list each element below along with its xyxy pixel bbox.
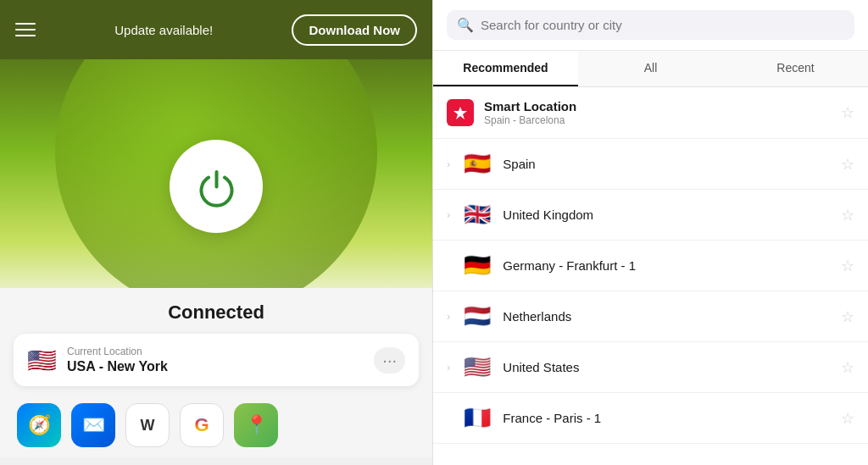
list-item-germany[interactable]: › 🇩🇪 Germany - Frankfurt - 1 ☆ [433,241,868,291]
list-item-uk[interactable]: › 🇬🇧 United Kingdom ☆ [433,190,868,241]
chevron-icon: › [447,361,450,374]
more-options-button[interactable]: ··· [374,347,405,374]
chevron-icon: › [447,310,450,323]
svg-marker-0 [453,107,467,119]
flag-netherlands: 🇳🇱 [462,303,492,329]
location-card-name: USA - New York [67,359,374,374]
location-card-label: Current Location [67,346,374,357]
us-name: United States [503,360,831,374]
list-item-france[interactable]: › 🇫🇷 France - Paris - 1 ☆ [433,393,868,444]
top-bar: Update available! Download Now [0,0,432,59]
flag-us: 🇺🇸 [462,354,492,380]
germany-text: Germany - Frankfurt - 1 [503,258,831,273]
app-maps[interactable]: 📍 [234,403,278,447]
power-icon [193,163,240,210]
us-text: United States [503,360,831,374]
list-item-spain[interactable]: › 🇪🇸 Spain ☆ [433,139,868,190]
favorite-star-germany[interactable]: ☆ [841,257,854,275]
favorite-star-smart[interactable]: ☆ [841,103,854,122]
tab-recommended[interactable]: Recommended [433,51,578,86]
app-mail[interactable]: ✉️ [71,403,115,447]
list-item-netherlands[interactable]: › 🇳🇱 Netherlands ☆ [433,291,868,342]
menu-button[interactable] [15,23,36,36]
search-icon: 🔍 [457,17,474,33]
connected-section: Connected 🇺🇸 Current Location USA - New … [0,288,432,393]
power-button[interactable] [170,140,263,233]
smart-location-name: Smart Location [484,99,831,113]
france-name: France - Paris - 1 [503,411,831,425]
spain-name: Spain [503,157,831,171]
location-flag: 🇺🇸 [27,346,57,374]
app-google[interactable]: G [180,403,224,447]
smart-location-subtitle: Spain - Barcelona [484,114,831,126]
favorite-star-uk[interactable]: ☆ [841,206,854,224]
right-panel: 🔍 Recommended All Recent Smart Location … [432,0,868,465]
connected-label: Connected [168,302,264,324]
download-now-button[interactable]: Download Now [292,14,417,46]
chevron-icon: › [447,208,450,221]
smart-location-text: Smart Location Spain - Barcelona [484,99,831,126]
uk-text: United Kingdom [503,208,831,222]
favorite-star-spain[interactable]: ☆ [841,155,854,174]
favorite-star-france[interactable]: ☆ [841,409,854,428]
left-panel: Update available! Download Now Connected… [0,0,432,465]
tabs-bar: Recommended All Recent [433,51,868,87]
tab-all[interactable]: All [578,51,723,86]
favorite-star-netherlands[interactable]: ☆ [841,307,854,326]
chevron-icon: › [447,158,450,170]
tab-recent[interactable]: Recent [723,51,868,86]
list-item-smart-location[interactable]: Smart Location Spain - Barcelona ☆ [433,87,868,139]
app-wikipedia[interactable]: W [125,403,170,447]
search-input[interactable] [481,18,844,32]
bottom-apps-bar: 🧭 ✉️ W G 📍 [0,393,432,457]
flag-uk: 🇬🇧 [462,202,492,228]
update-text: Update available! [114,23,213,37]
flag-germany: 🇩🇪 [462,252,492,279]
favorite-star-us[interactable]: ☆ [841,358,854,377]
france-text: France - Paris - 1 [503,411,831,425]
uk-name: United Kingdom [503,208,831,222]
flag-france: 🇫🇷 [462,405,492,431]
list-item-us[interactable]: › 🇺🇸 United States ☆ [433,342,868,393]
hero-background [0,59,432,288]
google-icon: G [194,414,209,436]
flag-spain: 🇪🇸 [462,151,492,177]
app-safari[interactable]: 🧭 [17,403,61,447]
search-bar: 🔍 [433,0,868,51]
location-card[interactable]: 🇺🇸 Current Location USA - New York ··· [14,334,419,386]
smart-location-badge [447,99,474,126]
germany-name: Germany - Frankfurt - 1 [503,258,831,273]
location-info: Current Location USA - New York [67,346,374,374]
spain-text: Spain [503,157,831,171]
search-wrapper: 🔍 [447,10,854,40]
netherlands-name: Netherlands [503,309,831,324]
location-list: Smart Location Spain - Barcelona ☆ › 🇪🇸 … [433,87,868,465]
netherlands-text: Netherlands [503,309,831,324]
